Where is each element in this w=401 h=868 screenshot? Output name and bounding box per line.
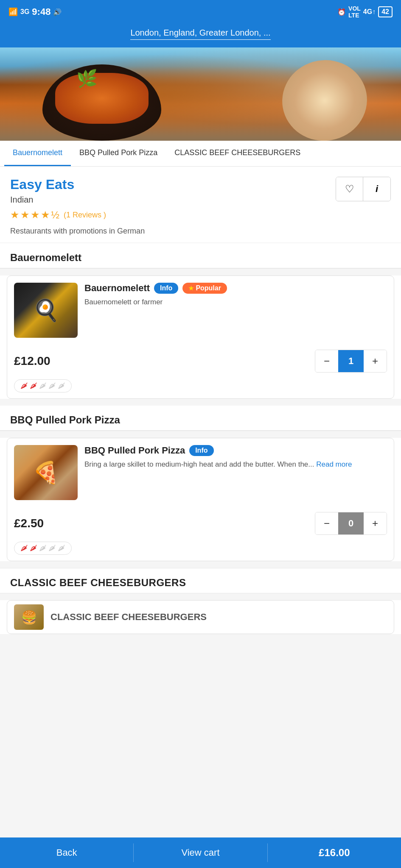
bauernomelett-quantity-control: − 1 + [315, 350, 387, 373]
bbq-pizza-food-image: 🍕 [14, 445, 78, 500]
spice-2: 🌶 [30, 381, 37, 390]
bbq-pizza-quantity-control: − 0 + [315, 512, 387, 535]
status-bar: 📶 3G 9:48 🔊 ⏰ VOLLTE 4G↑ 42 [0, 0, 401, 24]
bauernomelett-info-badge[interactable]: Info [154, 283, 178, 294]
bauernomelett-name-row: Bauernomelett Info ★ Popular [84, 283, 387, 294]
bbq-pizza-image: 🍕 [14, 445, 78, 500]
network-4g-icon: 4G↑ [363, 8, 376, 16]
classic-beef-section-header: CLASSIC BEEF CHEESEBURGERS [0, 568, 401, 593]
bauernomelett-details: Bauernomelett Info ★ Popular Bauernomele… [84, 283, 387, 338]
restaurant-cuisine: Indian [10, 195, 391, 205]
signal-3g-icon: 3G [20, 8, 29, 16]
bauernomelett-price: £12.00 [14, 354, 50, 368]
favorite-button[interactable]: ♡ [336, 177, 363, 201]
section-bauernomelett-header: Bauernomelett [0, 243, 401, 268]
bbq-pizza-price: £2.50 [14, 517, 44, 530]
audio-icon: 🔊 [53, 8, 62, 16]
status-right: ⏰ VOLLTE 4G↑ 42 [337, 5, 393, 19]
bbq-spice-indicators: 🌶 🌶 🌶 🌶 🌶 [14, 542, 72, 555]
bbq-pizza-spice-row: 🌶 🌶 🌶 🌶 🌶 [7, 542, 394, 561]
status-left: 📶 3G 9:48 🔊 [8, 6, 62, 17]
battery-indicator: 42 [378, 6, 393, 17]
spice-indicators: 🌶 🌶 🌶 🌶 🌶 [14, 379, 72, 392]
bauernomelett-top: 🍳 Bauernomelett Info ★ Popular Bauernome… [7, 276, 394, 345]
action-buttons: ♡ i [336, 177, 391, 201]
tab-bauernomelett[interactable]: Bauernomelett [4, 141, 71, 166]
star-rating: ★★★★½ [10, 209, 60, 221]
popular-star-icon: ★ [188, 285, 194, 292]
back-button[interactable]: Back [0, 837, 133, 868]
restaurant-name: Easy Eats [10, 177, 391, 192]
promo-text: Restaurants with promotions in German [10, 227, 391, 236]
bbq-pizza-top: 🍕 BBQ Pulled Pork Pizza Info Bring a lar… [7, 438, 394, 507]
bauernomelett-food-image: 🍳 [14, 283, 78, 338]
bbq-pizza-details: BBQ Pulled Pork Pizza Info Bring a large… [84, 445, 387, 500]
category-tabs: Bauernomelett BBQ Pulled Pork Pizza CLAS… [0, 141, 401, 167]
bbq-pizza-increase-button[interactable]: + [364, 512, 387, 534]
cart-label: View cart [181, 847, 219, 858]
alarm-icon: ⏰ [337, 8, 346, 16]
bottom-nav: Back View cart £16.00 [0, 837, 401, 868]
bauernomelett-card: 🍳 Bauernomelett Info ★ Popular Bauernome… [7, 275, 394, 399]
back-label: Back [56, 847, 77, 858]
bbq-section: 🍕 BBQ Pulled Pork Pizza Info Bring a lar… [0, 438, 401, 561]
classic-beef-title: CLASSIC BEEF CHEESEBURGERS [10, 577, 186, 588]
bauernomelett-section: 🍳 Bauernomelett Info ★ Popular Bauernome… [0, 275, 401, 399]
spice-1: 🌶 [20, 381, 28, 390]
classic-beef-partial-text: CLASSIC BEEF CHEESEBURGERS [50, 612, 207, 623]
hero-food-decoration [55, 73, 149, 124]
classic-beef-section: 🍔 CLASSIC BEEF CHEESEBURGERS [0, 600, 401, 634]
popular-badge-label: Popular [196, 284, 221, 292]
bbq-pizza-decrease-button[interactable]: − [315, 512, 338, 534]
view-cart-button[interactable]: View cart [134, 837, 267, 868]
bauernomelett-increase-button[interactable]: + [364, 350, 387, 372]
bauernomelett-description: Bauernomelett or farmer [84, 297, 387, 307]
bbq-pizza-bottom: £2.50 − 0 + [7, 507, 394, 542]
bbq-pizza-info-badge[interactable]: Info [189, 445, 213, 456]
status-time: 9:48 [32, 6, 50, 17]
location-bar[interactable]: London, England, Greater London, ... [0, 24, 401, 47]
classic-beef-partial-card: 🍔 CLASSIC BEEF CHEESEBURGERS [7, 600, 394, 634]
spice-3: 🌶 [39, 381, 47, 390]
classic-beef-partial-image: 🍔 [14, 604, 44, 630]
read-more-link[interactable]: Read more [316, 460, 352, 468]
info-icon: i [376, 184, 378, 195]
bauernomelett-quantity-display: 1 [338, 350, 364, 372]
bbq-spice-2: 🌶 [30, 544, 37, 553]
vol-lte-icon: VOLLTE [348, 5, 361, 19]
bauernomelett-spice-row: 🌶 🌶 🌶 🌶 🌶 [7, 379, 394, 398]
bbq-pizza-desc-text: Bring a large skillet to medium-high hea… [84, 460, 314, 468]
info-button[interactable]: i [363, 177, 390, 201]
section-bbq-header: BBQ Pulled Pork Pizza [0, 406, 401, 431]
bauernomelett-decrease-button[interactable]: − [315, 350, 338, 372]
bauernomelett-image: 🍳 [14, 283, 78, 338]
bbq-spice-3: 🌶 [39, 544, 47, 553]
bbq-spice-4: 🌶 [48, 544, 56, 553]
bbq-pizza-quantity-display: 0 [338, 512, 364, 534]
tab-classic-beef[interactable]: CLASSIC BEEF CHEESEBURGERS [166, 141, 309, 166]
bbq-spice-1: 🌶 [20, 544, 28, 553]
tab-bbq-pizza[interactable]: BBQ Pulled Pork Pizza [71, 141, 166, 166]
spice-4: 🌶 [48, 381, 56, 390]
restaurant-info: Easy Eats Indian ★★★★½ (1 Reviews ) ♡ i … [0, 167, 401, 242]
bauernomelett-bottom: £12.00 − 1 + [7, 345, 394, 379]
review-count: (1 Reviews ) [64, 211, 106, 220]
section-bauernomelett-title: Bauernomelett [10, 252, 81, 263]
location-text[interactable]: London, England, Greater London, ... [130, 28, 270, 40]
bbq-spice-5: 🌶 [58, 544, 65, 553]
bauernomelett-popular-badge: ★ Popular [182, 283, 227, 294]
bbq-pizza-card: 🍕 BBQ Pulled Pork Pizza Info Bring a lar… [7, 438, 394, 561]
bauernomelett-item-name: Bauernomelett [84, 283, 150, 294]
heart-icon: ♡ [345, 183, 354, 195]
hero-image: 🌿 [0, 47, 401, 141]
cart-total-label: £16.00 [319, 847, 350, 859]
bbq-pizza-name-row: BBQ Pulled Pork Pizza Info [84, 445, 387, 456]
cart-total[interactable]: £16.00 [268, 837, 401, 868]
rating-row: ★★★★½ (1 Reviews ) [10, 209, 391, 221]
spice-5: 🌶 [58, 381, 65, 390]
signal-4g-icon: 📶 [8, 7, 18, 17]
section-bbq-title: BBQ Pulled Pork Pizza [10, 414, 120, 426]
bbq-pizza-item-name: BBQ Pulled Pork Pizza [84, 445, 185, 456]
hero-garnish-decoration: 🌿 [76, 69, 98, 89]
bbq-pizza-description: Bring a large skillet to medium-high hea… [84, 459, 387, 470]
